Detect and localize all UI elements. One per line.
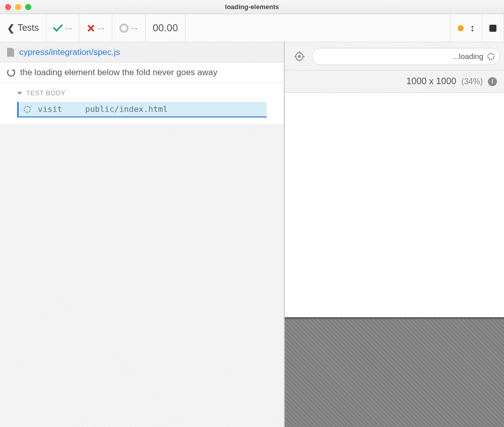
aut-iframe-area [285,93,504,427]
main-area: cypress/integration/spec.js the loading … [0,42,504,427]
file-icon [7,48,14,57]
viewport-info-button[interactable]: i [488,77,497,86]
selector-playground-button[interactable] [294,51,305,62]
command-row[interactable]: visit public/index.html [17,102,267,117]
running-spinner-icon [7,69,15,77]
test-body-label: TEST BODY [26,89,66,97]
aut-panel: ...loading 1000 x 1000 (34%) i [285,42,504,427]
command-arg: public/index.html [85,104,168,114]
window-title: loading-elements [0,3,504,11]
test-title: the loading element below the fold never… [20,68,217,78]
amber-dot-icon [458,25,464,31]
updown-arrow-icon: ↕ [470,22,475,34]
viewport-scale: (34%) [461,77,483,86]
failed-count: -- [80,14,112,42]
test-body: TEST BODY visit public/index.html [0,83,284,125]
loading-spinner-icon [487,53,494,60]
caret-down-icon [17,92,22,95]
test-body-header[interactable]: TEST BODY [0,86,284,100]
command-name: visit [38,104,78,114]
url-bar[interactable]: ...loading [312,48,500,65]
passed-count: -- [46,14,80,42]
circle-icon [119,24,129,33]
runner-toolbar: ❮ Tests -- -- -- 00.00 ↕ [0,14,504,42]
stop-button[interactable] [482,14,504,42]
timer-display: 00.00 [146,14,185,42]
aut-header: ...loading [285,42,504,71]
viewport-size: 1000 x 1000 [406,76,456,87]
spec-path: cypress/integration/spec.js [19,47,120,57]
fullscreen-window-button[interactable] [25,4,31,10]
back-to-tests-button[interactable]: ❮ Tests [0,14,46,42]
pending-count: -- [112,14,146,42]
command-spinner-icon [24,106,31,113]
url-status-text: ...loading [453,52,483,60]
test-row[interactable]: the loading element below the fold never… [0,63,284,83]
failed-value: -- [98,23,104,33]
x-icon [87,24,95,32]
timer-value: 00.00 [153,22,178,34]
pending-value: -- [132,23,138,33]
viewport-info: 1000 x 1000 (34%) i [285,71,504,93]
aut-visible-content[interactable] [285,93,504,317]
window-titlebar: loading-elements [0,0,504,14]
reporter-panel: cypress/integration/spec.js the loading … [0,42,285,427]
tests-label: Tests [18,23,39,33]
spec-header[interactable]: cypress/integration/spec.js [0,42,284,63]
check-icon [53,22,63,32]
passed-value: -- [66,23,72,33]
minimize-window-button[interactable] [15,4,21,10]
stop-icon [489,25,496,32]
aut-below-fold [285,317,504,427]
auto-scroll-toggle[interactable]: ↕ [450,14,482,42]
close-window-button[interactable] [5,4,11,10]
chevron-left-icon: ❮ [7,23,15,34]
svg-point-1 [298,55,300,57]
traffic-lights [0,4,31,10]
toolbar-spacer [185,14,450,42]
